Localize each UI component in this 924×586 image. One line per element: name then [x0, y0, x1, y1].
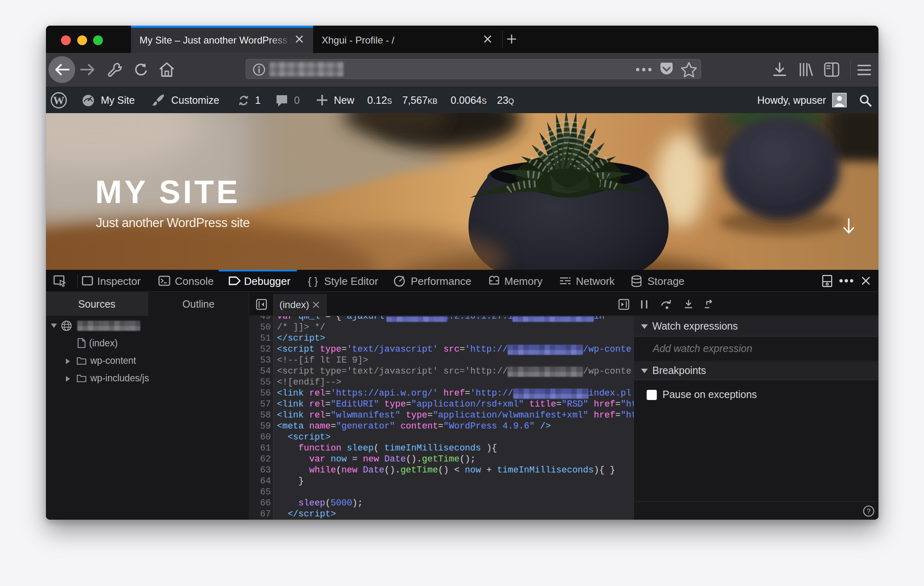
svg-text:?: ?	[867, 507, 870, 515]
svg-text:W: W	[53, 94, 65, 107]
